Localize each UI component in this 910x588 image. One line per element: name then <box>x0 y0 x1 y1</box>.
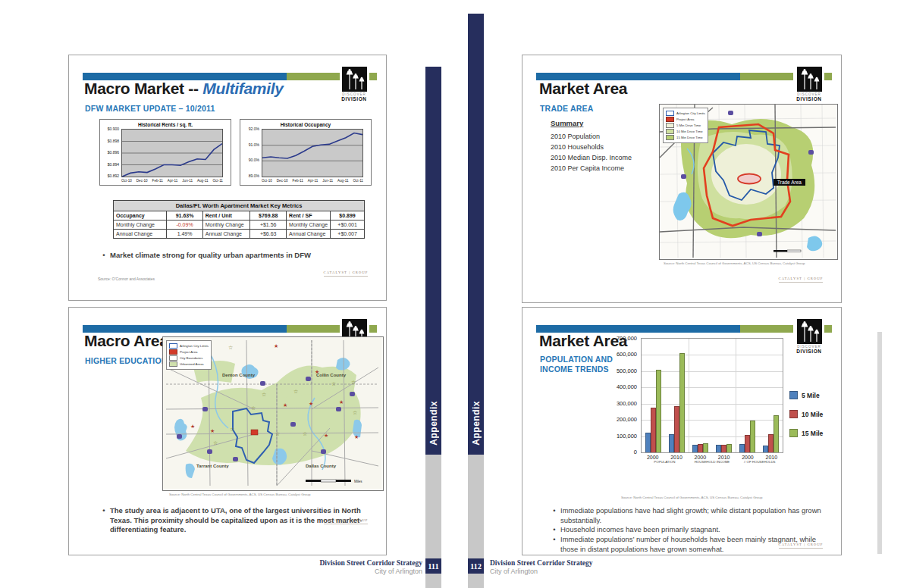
bar-15-mile <box>726 444 732 452</box>
y-axis-labels: $0.900$0.898$0.896$0.894$0.892 <box>102 129 121 176</box>
discover-division-logo: DISCOVER DIVISION <box>794 67 824 102</box>
data-line <box>122 144 222 177</box>
legend-item: 10 Mile <box>789 410 823 418</box>
svg-text:☆: ☆ <box>303 431 307 436</box>
plot-area <box>121 129 223 177</box>
plot-area <box>641 338 783 453</box>
legend-item: 5 Mile <box>789 391 823 399</box>
logo-text-division: DIVISION <box>339 96 369 102</box>
svg-text:☆: ☆ <box>275 431 280 436</box>
legend-swatch-city-limits <box>666 111 674 116</box>
header-bar-green <box>740 325 793 333</box>
page-number-badge: 111 <box>425 558 441 574</box>
page-title: Macro Area <box>84 332 168 350</box>
catalyst-logo: CATALYST | GROUP <box>316 518 375 524</box>
bar-15-mile <box>750 421 755 452</box>
discover-division-logo: DISCOVER DIVISION <box>339 67 369 102</box>
catalyst-logo: CATALYST | GROUP <box>771 277 830 283</box>
bar-5-mile <box>716 445 721 452</box>
plot-area <box>262 129 363 177</box>
appendix-tab-left[interactable]: Appendix <box>425 393 441 453</box>
header-green-square <box>369 325 377 333</box>
data-line <box>262 133 362 159</box>
document-subtitle: City of Arlington <box>250 568 422 576</box>
bar-10-mile <box>721 445 726 452</box>
bar-5-mile <box>669 434 674 452</box>
svg-text:★: ★ <box>354 434 359 439</box>
bar-5-mile <box>645 433 651 452</box>
document-subtitle: City of Arlington <box>490 568 687 576</box>
svg-text:☆: ☆ <box>230 427 234 432</box>
legend-item: 15 Mile <box>789 429 823 437</box>
map-legend: Arlington City Limits Project Area City … <box>166 340 212 370</box>
trade-area-label: Trade Area <box>774 179 805 186</box>
slide-subtitle: TRADE AREA <box>540 104 593 113</box>
scale-label: Miles <box>354 480 362 483</box>
header-bar-green <box>287 73 340 80</box>
bullet-item: • Household incomes have been primarily … <box>548 525 823 535</box>
svg-text:☆: ☆ <box>331 381 336 386</box>
legend-swatch <box>789 429 798 437</box>
svg-text:★: ★ <box>283 402 287 408</box>
apartment-metrics-table: Dallas/Ft. Worth Apartment Market Key Me… <box>113 200 365 239</box>
footer-left: Division Street Corridor Strategy City o… <box>250 559 422 576</box>
document-title: Division Street Corridor Strategy <box>250 559 422 568</box>
x-axis-category-labels: POPULATIONHOUSEHOLD INCOME# OF HOUSEHOLD… <box>641 460 783 464</box>
svg-text:★: ★ <box>274 343 278 349</box>
legend-swatch-5min <box>666 123 674 128</box>
slide-macro-area-higher-education: DISCOVER DIVISION Macro Area HIGHER EDUC… <box>68 307 387 555</box>
street-lamps-icon <box>342 67 367 92</box>
page-edge-sliver <box>877 332 882 554</box>
legend-swatch-15min <box>666 135 674 140</box>
document-spread: DISCOVER DIVISION Macro Market -- Multif… <box>0 0 910 588</box>
legend-swatch <box>789 391 798 399</box>
historical-occupancy-chart: Historical Occupancy92.0%91.0%90.0%89.0%… <box>240 119 372 186</box>
legend-swatch <box>789 410 798 418</box>
project-area-marker <box>251 430 258 435</box>
map-legend: Arlington City Limits Project Area 5 Min… <box>663 108 708 143</box>
bar-15-mile <box>774 415 779 452</box>
svg-text:☆: ☆ <box>351 380 356 385</box>
bullet-item: • Immediate populations have had slight … <box>548 506 823 525</box>
bar-5-mile <box>692 445 698 452</box>
bar-10-mile <box>651 408 656 452</box>
map-source-note: Source: North Central Texas Council of G… <box>664 261 805 265</box>
table-row: Annual Change 1.49% Annual Change +$6.63… <box>114 230 365 239</box>
header-bar-green <box>740 73 793 80</box>
header-bar-green <box>287 325 340 333</box>
svg-text:☆: ☆ <box>353 410 357 415</box>
source-note: Source: O’Connor and Associates <box>98 277 155 281</box>
footer-right: Division Street Corridor Strategy City o… <box>490 559 687 576</box>
svg-text:☆: ☆ <box>262 392 266 397</box>
chart-source-note: Source: North Central Texas Council of G… <box>621 496 762 499</box>
slide-subtitle: POPULATION AND INCOME TRENDS <box>540 355 613 374</box>
legend-swatch-project-area <box>666 117 674 122</box>
county-label: Denton County <box>222 373 256 377</box>
header-green-square <box>824 73 832 80</box>
svg-text:☆: ☆ <box>251 405 256 411</box>
svg-text:★: ★ <box>324 433 328 438</box>
page-title: Macro Market -- Multifamily <box>84 80 284 98</box>
document-title: Division Street Corridor Strategy <box>490 559 687 568</box>
legend-swatch-city-boundaries <box>169 355 177 361</box>
legend-swatch-10min <box>666 129 674 134</box>
legend-swatch-project-area <box>169 349 177 355</box>
legend-swatch-urbanized <box>169 361 177 367</box>
logo-text-division: DIVISION <box>794 96 824 102</box>
slide-market-area-trade-area: DISCOVER DIVISION Market Area TRADE AREA… <box>522 55 842 303</box>
appendix-tab-right[interactable]: Appendix <box>468 393 484 453</box>
y-axis-labels: 92.0%91.0%90.0%89.0% <box>242 129 262 176</box>
bar-10-mile <box>698 444 703 452</box>
trade-area-map: Arlington City Limits Project Area 5 Min… <box>659 104 838 260</box>
map-source-note: Source: North Central Texas Council of G… <box>169 493 310 496</box>
table-row: Monthly Change -0.09% Monthly Change +$1… <box>114 220 365 230</box>
discover-division-logo: DISCOVER DIVISION <box>794 319 824 354</box>
svg-text:☆: ☆ <box>228 345 233 350</box>
logo-text-division: DIVISION <box>794 349 824 354</box>
population-income-trends-chart: 700,000600,000500,000400,000300,000200,0… <box>612 338 794 464</box>
catalyst-logo: CATALYST | GROUP <box>771 543 830 549</box>
header-green-square <box>824 325 832 333</box>
page-title: Market Area <box>539 80 627 98</box>
scale-bar <box>774 250 801 252</box>
county-label: Collin County <box>316 373 347 377</box>
